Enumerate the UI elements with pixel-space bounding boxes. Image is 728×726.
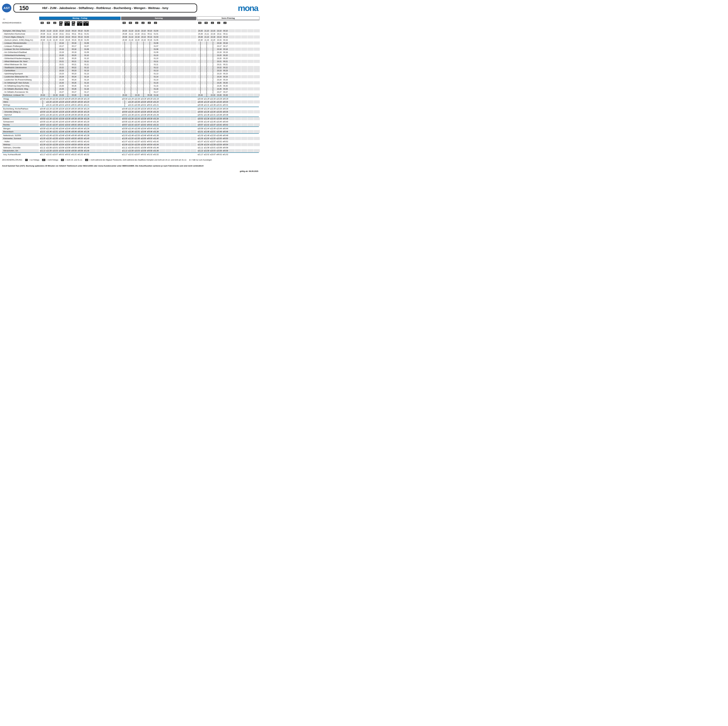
station-row: Kleinweiler, Sonneck◖21.05◖21.50◖22.55◖2… (2, 137, 259, 140)
empty-cell (254, 44, 260, 47)
time-cell: ◖23.30 (216, 100, 222, 103)
empty-cell (248, 153, 254, 156)
exit-only-icon: ◖ (141, 150, 141, 152)
exit-only-icon: ◖ (46, 121, 47, 123)
time-cell (46, 69, 52, 72)
time-cell: ◖20.59 (197, 127, 203, 130)
empty-cell (178, 78, 184, 81)
empty-cell (115, 120, 121, 123)
station-row: Buchenberg, Kirche/Rathaus◖20.49◖21.34◖2… (2, 107, 259, 110)
exit-only-icon: ◖ (78, 138, 78, 139)
traffic-note-badge: HS (122, 22, 125, 24)
time-cell: ◖00.29 (147, 97, 153, 100)
time-cell (65, 44, 71, 47)
exit-only-icon: ◖ (147, 131, 148, 132)
empty-cell (96, 130, 102, 133)
time-cell: ◖23.52 (141, 140, 147, 143)
empty-cell (254, 90, 260, 93)
empty-cell (241, 32, 247, 35)
time-cell: ◖23.52 (216, 140, 222, 143)
exit-only-icon: ◖ (223, 98, 223, 100)
empty-cell (241, 57, 247, 60)
time-cell: ◖23.07 (134, 153, 140, 156)
skip-squiggle-icon (42, 90, 43, 93)
exit-only-icon: ◖ (210, 135, 211, 136)
time-cell: ◖00.36 (222, 113, 228, 116)
exit-only-icon: ◖ (65, 141, 66, 142)
empty-cell (235, 44, 241, 47)
empty-cell (191, 120, 197, 123)
empty-cell (102, 100, 108, 103)
time-cell: 22.18 (134, 35, 140, 38)
empty-cell (172, 29, 178, 32)
exit-only-icon: ◖ (59, 144, 60, 146)
day-section-sa: 01.16 (122, 87, 197, 90)
time-cell (52, 63, 58, 66)
skip-squiggle-icon (67, 60, 68, 63)
empty-cell (165, 47, 171, 51)
time-cell: ◖21.46 (128, 130, 134, 133)
exit-only-icon: ◖ (65, 101, 66, 103)
empty-cell (191, 44, 197, 47)
time-cell: ◖23.46 (216, 130, 222, 133)
time-cell: ◖23.29 (58, 97, 64, 100)
time-cell: ◖21.40 (46, 120, 52, 123)
time-cell: 01.13 (84, 72, 90, 75)
time-cell (52, 69, 58, 72)
time-cell (141, 54, 147, 57)
traffic-note-badge: nA (148, 22, 151, 24)
time-cell: ◖23.38 (58, 117, 64, 120)
exit-only-icon: ◖ (223, 121, 223, 123)
empty-cell (178, 153, 184, 156)
station-name: - Bahnhofstr./Hochschule (2, 32, 39, 35)
skip-squiggle-icon (67, 54, 68, 57)
day-section-sa: 01.13 (122, 72, 197, 75)
empty-cell (178, 75, 184, 78)
time-cell: ◖22.40 (52, 110, 58, 113)
skip-squiggle-icon (213, 51, 213, 54)
empty-cell (109, 127, 115, 130)
skip-squiggle-icon (206, 51, 207, 54)
skip-squiggle-icon (124, 51, 125, 54)
time-cell: ◖22.51 (210, 130, 216, 133)
skip-squiggle-icon (80, 57, 81, 60)
exit-only-icon: ◖ (153, 144, 154, 146)
skip-squiggle-icon (137, 51, 138, 54)
day-section-so: 20.2621.1122.1623.1100.11 (197, 32, 260, 35)
time-cell (40, 72, 46, 75)
traffic-note-badge: nA (223, 22, 226, 24)
time-cell: 21.11 (204, 32, 210, 35)
empty-cell (229, 75, 235, 78)
skip-squiggle-icon (149, 84, 150, 87)
empty-cell (191, 137, 197, 140)
time-cell: ◖01.02 (71, 153, 77, 156)
skip-squiggle-icon (206, 41, 207, 44)
time-cell: 00.22 (222, 66, 228, 69)
skip-squiggle-icon (55, 81, 56, 84)
exit-only-icon: ◖ (223, 128, 223, 129)
empty-cell (96, 72, 102, 75)
empty-cell (191, 97, 197, 100)
time-cell: ◖23.48 (216, 134, 222, 137)
exit-only-icon: ◖ (122, 118, 122, 119)
time-cell: ◖21.36 (128, 113, 134, 116)
traffic-note-badge: HS (47, 22, 50, 24)
empty-cell (241, 75, 247, 78)
direction-arrows-icon: ↔ (2, 17, 6, 20)
exit-only-icon: ◖ (65, 150, 66, 152)
time-cell: ◖21.11 (40, 146, 46, 149)
empty-cell (229, 44, 235, 47)
exit-only-icon: ◖ (135, 147, 135, 149)
empty-cell (235, 113, 241, 116)
time-cell: ◖00.58 (147, 149, 153, 152)
time-cell: 20.26 (197, 32, 203, 35)
empty-cell (191, 54, 197, 57)
time-cell: 21.11 (128, 32, 134, 35)
skip-squiggle-icon (130, 63, 132, 66)
empty-cell (102, 130, 108, 133)
time-cell: ◖21.07 (122, 140, 128, 143)
skip-squiggle-icon (149, 78, 150, 81)
empty-cell (96, 47, 102, 51)
time-cell: ◖23.07 (52, 153, 58, 156)
skip-squiggle-icon (124, 57, 125, 60)
